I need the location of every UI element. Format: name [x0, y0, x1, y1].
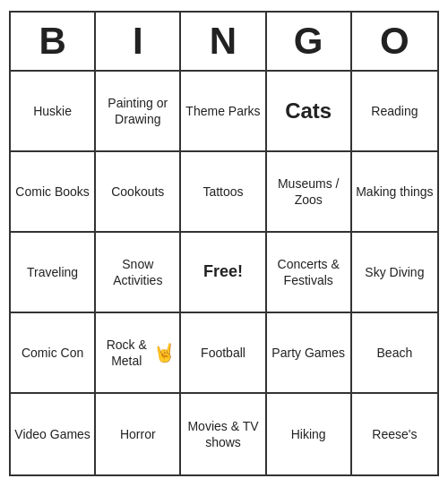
free-space: Free! [181, 233, 266, 313]
cell-7: Tattoos [181, 152, 266, 233]
bingo-header: BINGO [11, 13, 437, 72]
cell-10: Traveling [11, 233, 96, 313]
cell-23: Hiking [267, 394, 352, 474]
cell-9: Making things [352, 152, 437, 233]
bingo-letter-I: I [96, 13, 181, 70]
bingo-letter-G: G [267, 13, 352, 70]
cell-16: Rock & Metal🤘 [96, 313, 181, 394]
cell-18: Party Games [267, 313, 352, 394]
bingo-letter-N: N [181, 13, 266, 70]
bingo-grid: HuskiePainting or DrawingTheme ParksCats… [11, 72, 437, 474]
cell-0: Huskie [11, 72, 96, 152]
cell-22: Movies & TV shows [181, 394, 266, 474]
cell-1: Painting or Drawing [96, 72, 181, 152]
cell-20: Video Games [11, 394, 96, 474]
cell-3: Cats [267, 72, 352, 152]
cell-4: Reading [352, 72, 437, 152]
cell-6: Cookouts [96, 152, 181, 233]
cell-19: Beach [352, 313, 437, 394]
cell-14: Sky Diving [352, 233, 437, 313]
bingo-card: BINGO HuskiePainting or DrawingTheme Par… [9, 11, 439, 476]
cell-13: Concerts & Festivals [267, 233, 352, 313]
cell-24: Reese's [352, 394, 437, 474]
cell-21: Horror [96, 394, 181, 474]
cell-17: Football [181, 313, 266, 394]
cell-8: Museums / Zoos [267, 152, 352, 233]
cell-2: Theme Parks [181, 72, 266, 152]
cell-11: Snow Activities [96, 233, 181, 313]
cell-15: Comic Con [11, 313, 96, 394]
bingo-letter-O: O [352, 13, 437, 70]
bingo-letter-B: B [11, 13, 96, 70]
cell-5: Comic Books [11, 152, 96, 233]
